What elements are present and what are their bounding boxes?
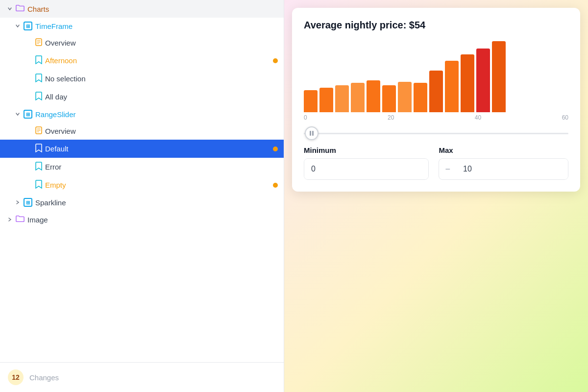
- x-label-40: 40: [475, 114, 481, 121]
- changes-label: Changes: [29, 373, 59, 382]
- sidebar-item-tf-noselection[interactable]: No selection: [0, 70, 284, 88]
- minimum-group: Minimum: [304, 146, 429, 180]
- sidebar-scroll: Charts ⊞ TimeFrame Overview: [0, 0, 284, 362]
- maximum-input-row: −: [439, 158, 568, 180]
- component-icon-sparkline: ⊞: [24, 198, 32, 207]
- x-label-60: 60: [562, 114, 568, 121]
- sidebar-item-rangeslider[interactable]: ⊞ RangeSlider: [0, 106, 284, 122]
- allday-label: All day: [45, 93, 278, 101]
- sidebar-item-rs-overview[interactable]: Overview: [0, 122, 284, 140]
- preview-card: Average nightly price: $54 0 20 40 60: [292, 8, 580, 192]
- chart-bar: [414, 83, 427, 112]
- sidebar-item-image[interactable]: Image: [0, 211, 284, 228]
- sparkline-label: Sparkline: [35, 198, 278, 207]
- sidebar-item-charts[interactable]: Charts: [0, 0, 284, 18]
- error-label: Error: [45, 163, 278, 171]
- doc-icon-rs-overview: [35, 126, 42, 136]
- minmax-row: Minimum Max −: [304, 146, 568, 180]
- chart-bar: [367, 80, 380, 112]
- main-container: Charts ⊞ TimeFrame Overview: [0, 0, 588, 392]
- minimum-input-row: [304, 158, 429, 180]
- sidebar-item-tf-overview[interactable]: Overview: [0, 34, 284, 51]
- bookmark-icon-noselection: [35, 74, 42, 84]
- chart-bar: [304, 90, 318, 112]
- afternoon-label: Afternoon: [45, 56, 273, 65]
- chart-bar: [492, 41, 506, 112]
- chart-bar: [351, 83, 365, 112]
- chart-bar: [476, 49, 490, 112]
- pause-icon: [309, 131, 314, 136]
- chart-bar: [461, 54, 474, 112]
- folder-icon: [16, 4, 24, 14]
- sidebar-item-tf-afternoon[interactable]: Afternoon: [0, 51, 284, 70]
- chart-bar: [398, 82, 412, 112]
- tf-overview-label: Overview: [45, 39, 278, 47]
- charts-label: Charts: [27, 5, 278, 13]
- folder-icon-image: [16, 215, 24, 224]
- rangeslider-label: RangeSlider: [35, 110, 278, 119]
- chevron-right-icon-image: [6, 216, 14, 223]
- right-panel: Average nightly price: $54 0 20 40 60: [284, 0, 588, 392]
- chart-bars: [304, 39, 568, 112]
- x-label-20: 20: [388, 114, 394, 121]
- bookmark-icon-afternoon: [35, 55, 42, 66]
- chart-bar: [382, 85, 396, 112]
- rs-overview-label: Overview: [45, 127, 278, 135]
- bookmark-icon-allday: [35, 92, 42, 102]
- sidebar-item-tf-allday[interactable]: All day: [0, 88, 284, 106]
- maximum-group: Max −: [439, 146, 568, 180]
- changes-badge[interactable]: 12: [8, 369, 24, 385]
- sidebar: Charts ⊞ TimeFrame Overview: [0, 0, 284, 392]
- default-label: Default: [45, 145, 273, 153]
- chart-area: 0 20 40 60: [304, 39, 568, 127]
- bookmark-icon-empty: [35, 180, 42, 190]
- afternoon-dot: [273, 58, 278, 63]
- component-icon-tf: ⊞: [24, 22, 32, 30]
- default-dot: [273, 147, 278, 151]
- maximum-label: Max: [439, 146, 568, 154]
- slider-track[interactable]: [304, 133, 568, 134]
- sidebar-item-rs-default[interactable]: Default: [0, 140, 284, 158]
- chart-bar: [445, 61, 459, 112]
- bookmark-icon-default: [35, 144, 42, 154]
- max-decrement-button[interactable]: −: [439, 160, 456, 178]
- sidebar-item-rs-empty[interactable]: Empty: [0, 176, 284, 194]
- maximum-input[interactable]: [456, 159, 568, 179]
- changes-footer: 12 Changes: [0, 362, 284, 392]
- sidebar-item-sparkline[interactable]: ⊞ Sparkline: [0, 194, 284, 211]
- sidebar-item-rs-error[interactable]: Error: [0, 158, 284, 176]
- doc-icon-tf-overview: [35, 38, 42, 48]
- sidebar-item-timeframe[interactable]: ⊞ TimeFrame: [0, 18, 284, 34]
- slider-thumb[interactable]: [305, 126, 318, 140]
- minimum-input[interactable]: [304, 159, 428, 179]
- x-label-0: 0: [304, 114, 307, 121]
- x-axis: 0 20 40 60: [304, 112, 568, 121]
- chart-bar: [429, 71, 443, 112]
- noselection-label: No selection: [45, 74, 278, 83]
- chevron-down-icon-tf: [14, 22, 22, 30]
- bookmark-icon-error: [35, 162, 42, 172]
- timeframe-label: TimeFrame: [35, 22, 278, 30]
- slider-area: [304, 133, 568, 134]
- chevron-down-icon: [6, 5, 14, 13]
- image-label: Image: [27, 216, 278, 224]
- chevron-right-icon-sparkline: [14, 198, 22, 206]
- minimum-label: Minimum: [304, 146, 429, 154]
- component-icon-rs: ⊞: [24, 110, 32, 119]
- chart-bar: [335, 85, 349, 112]
- empty-dot: [273, 183, 278, 188]
- empty-label: Empty: [45, 181, 273, 189]
- chevron-down-icon-rs: [14, 110, 22, 118]
- chart-bar: [319, 88, 333, 112]
- preview-title: Average nightly price: $54: [304, 20, 568, 31]
